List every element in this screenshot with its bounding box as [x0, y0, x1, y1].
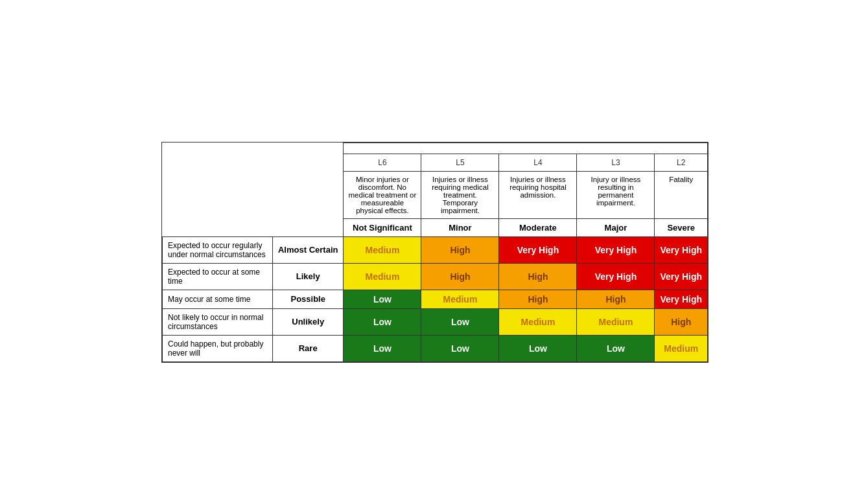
table-row: May occur at some timePossibleLowMediumH…: [162, 290, 707, 308]
risk-cell-r0-c1: High: [421, 236, 499, 263]
risk-cell-r4-c2: Low: [499, 335, 577, 361]
matrix-container: L6L5L4L3L2 Minor injuries or discomfort.…: [158, 129, 708, 375]
col-code-L2: L2: [655, 154, 708, 171]
risk-cell-r0-c0: Medium: [344, 236, 421, 263]
col-severity-L4: Moderate: [499, 218, 577, 236]
consequences-header: [344, 143, 708, 154]
risk-cell-r3-c3: Medium: [577, 308, 655, 335]
table-wrapper: L6L5L4L3L2 Minor injuries or discomfort.…: [161, 142, 708, 363]
risk-matrix-table: L6L5L4L3L2 Minor injuries or discomfort.…: [162, 143, 708, 362]
likelihood-description-3: Not likely to occur in normal circumstan…: [162, 308, 272, 335]
col-code-L3: L3: [577, 154, 655, 171]
col-desc-L6: Minor injuries or discomfort. No medical…: [344, 171, 421, 218]
risk-cell-r4-c1: Low: [421, 335, 499, 361]
likelihood-name-4: Rare: [272, 335, 343, 361]
likelihood-label: [158, 129, 161, 375]
likelihood-description-0: Expected to occur regularly under normal…: [162, 236, 272, 263]
col-severity-L3: Major: [577, 218, 655, 236]
likelihood-description-2: May occur at some time: [162, 290, 272, 308]
risk-cell-r2-c2: High: [499, 290, 577, 308]
risk-cell-r0-c4: Very High: [655, 236, 708, 263]
risk-cell-r2-c3: High: [577, 290, 655, 308]
risk-cell-r2-c4: Very High: [655, 290, 708, 308]
risk-cell-r4-c0: Low: [344, 335, 421, 361]
risk-cell-r4-c3: Low: [577, 335, 655, 361]
risk-cell-r0-c2: Very High: [499, 236, 577, 263]
likelihood-description-4: Could happen, but probably never will: [162, 335, 272, 361]
risk-cell-r3-c1: Low: [421, 308, 499, 335]
col-code-L6: L6: [344, 154, 421, 171]
risk-cell-r1-c0: Medium: [344, 263, 421, 290]
risk-cell-r2-c1: Medium: [421, 290, 499, 308]
risk-cell-r3-c4: High: [655, 308, 708, 335]
risk-cell-r3-c2: Medium: [499, 308, 577, 335]
risk-cell-r1-c1: High: [421, 263, 499, 290]
risk-cell-r0-c3: Very High: [577, 236, 655, 263]
col-severity-L2: Severe: [655, 218, 708, 236]
risk-cell-r4-c4: Medium: [655, 335, 708, 361]
likelihood-name-1: Likely: [272, 263, 343, 290]
risk-cell-r2-c0: Low: [344, 290, 421, 308]
col-desc-L2: Fatality: [655, 171, 708, 218]
col-code-L5: L5: [421, 154, 499, 171]
likelihood-name-3: Unlikely: [272, 308, 343, 335]
col-desc-L5: Injuries or illness requiring medical tr…: [421, 171, 499, 218]
likelihood-description-1: Expected to occur at some time: [162, 263, 272, 290]
risk-cell-r3-c0: Low: [344, 308, 421, 335]
page-wrapper: L6L5L4L3L2 Minor injuries or discomfort.…: [0, 0, 866, 504]
likelihood-name-0: Almost Certain: [272, 236, 343, 263]
risk-cell-r1-c3: Very High: [577, 263, 655, 290]
col-severity-L5: Minor: [421, 218, 499, 236]
table-row: Expected to occur regularly under normal…: [162, 236, 707, 263]
col-desc-L4: Injuries or illness requiring hospital a…: [499, 171, 577, 218]
col-severity-L6: Not Significant: [344, 218, 421, 236]
table-row: Expected to occur at some timeLikelyMedi…: [162, 263, 707, 290]
likelihood-name-2: Possible: [272, 290, 343, 308]
risk-cell-r1-c4: Very High: [655, 263, 708, 290]
table-row: Not likely to occur in normal circumstan…: [162, 308, 707, 335]
risk-cell-r1-c2: High: [499, 263, 577, 290]
col-desc-L3: Injury or illness resulting in permanent…: [577, 171, 655, 218]
col-code-L4: L4: [499, 154, 577, 171]
table-row: Could happen, but probably never willRar…: [162, 335, 707, 361]
